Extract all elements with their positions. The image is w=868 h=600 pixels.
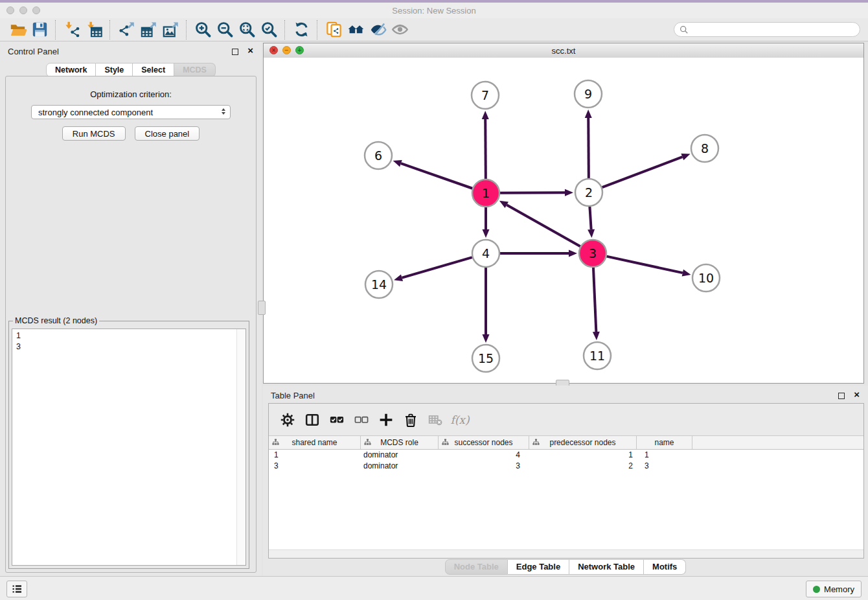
column-header-name[interactable]: name xyxy=(637,436,692,449)
close-table-panel-icon[interactable]: × xyxy=(854,389,860,400)
graph-edge-3-1[interactable] xyxy=(499,201,580,246)
table-row[interactable]: 3dominator323 xyxy=(269,461,863,472)
import-table-icon[interactable] xyxy=(83,20,105,40)
export-image-icon[interactable] xyxy=(159,20,181,40)
graph-node-7[interactable]: 7 xyxy=(472,82,499,109)
mcds-result-text[interactable]: 1 3 xyxy=(12,329,246,566)
node-table-container: f(x) shared name MCDS role successor nod… xyxy=(268,403,864,559)
graph-edge-1-2[interactable] xyxy=(500,189,573,196)
zoom-selected-icon[interactable] xyxy=(258,20,280,40)
svg-text:15: 15 xyxy=(478,351,494,365)
table-cell[interactable]: 4 xyxy=(439,450,529,461)
tab-style[interactable]: Style xyxy=(96,63,133,77)
zoom-in-icon[interactable] xyxy=(192,20,214,40)
save-session-icon[interactable] xyxy=(29,20,51,40)
delete-column-icon[interactable] xyxy=(398,408,423,432)
graph-node-1[interactable]: 1 xyxy=(472,179,499,207)
graph-edge-4-15[interactable] xyxy=(483,268,490,343)
table-cell[interactable]: 1 xyxy=(269,450,361,461)
toolbar-separator xyxy=(284,20,286,40)
header-filler xyxy=(692,436,863,449)
table-cell[interactable]: 1 xyxy=(637,450,692,461)
graph-edge-4-14[interactable] xyxy=(394,257,472,281)
network-canvas[interactable]: 7968124314101511 xyxy=(264,58,863,383)
deselect-all-rows-icon[interactable] xyxy=(349,408,374,432)
table-cell[interactable]: dominator xyxy=(361,450,439,461)
first-neighbors-icon[interactable] xyxy=(345,20,367,40)
export-network-icon[interactable] xyxy=(115,20,137,40)
table-horizontal-scrollbar[interactable] xyxy=(269,549,863,558)
close-control-panel-icon[interactable]: × xyxy=(247,45,253,56)
toolbar-separator xyxy=(186,20,187,40)
table-cell[interactable]: 1 xyxy=(529,450,637,461)
select-all-rows-icon[interactable] xyxy=(325,408,349,432)
tab-edge-table[interactable]: Edge Table xyxy=(508,559,569,575)
tab-network[interactable]: Network xyxy=(46,63,96,77)
graph-node-3[interactable]: 3 xyxy=(579,240,606,267)
table-cell[interactable]: 3 xyxy=(269,461,361,472)
graph-node-10[interactable]: 10 xyxy=(692,264,720,292)
graph-node-14[interactable]: 14 xyxy=(365,271,393,298)
graph-edge-3-11[interactable] xyxy=(593,268,600,340)
column-header-mcds-role[interactable]: MCDS role xyxy=(361,436,439,449)
column-header-label: shared name xyxy=(291,438,337,447)
graph-edge-2-9[interactable] xyxy=(585,110,592,178)
table-cell[interactable]: 3 xyxy=(439,461,529,472)
float-control-panel-icon[interactable] xyxy=(232,49,238,55)
tab-motifs[interactable]: Motifs xyxy=(644,559,686,575)
svg-text:9: 9 xyxy=(584,87,592,101)
table-panel-tabs: Node TableEdge TableNetwork TableMotifs xyxy=(263,559,868,575)
graph-node-8[interactable]: 8 xyxy=(691,135,718,162)
graph-edge-3-10[interactable] xyxy=(606,257,691,277)
search-input[interactable] xyxy=(692,24,854,35)
table-settings-icon[interactable] xyxy=(275,408,300,432)
graph-edge-4-3[interactable] xyxy=(500,250,577,257)
hide-selected-icon[interactable] xyxy=(367,20,389,40)
graph-edge-1-6[interactable] xyxy=(393,160,473,189)
memory-button[interactable]: Memory xyxy=(806,581,862,597)
table-cell[interactable]: dominator xyxy=(361,461,439,472)
graph-node-6[interactable]: 6 xyxy=(365,142,392,169)
column-header-label: predecessor nodes xyxy=(549,438,615,447)
table-cell[interactable]: 2 xyxy=(529,461,637,472)
table-row[interactable]: 1dominator411 xyxy=(269,450,863,461)
result-scrollbar[interactable] xyxy=(236,329,246,565)
graph-edge-1-7[interactable] xyxy=(482,111,489,179)
import-network-icon[interactable] xyxy=(61,20,83,40)
memory-label: Memory xyxy=(824,584,854,594)
close-panel-button[interactable]: Close panel xyxy=(135,126,200,141)
table-cell[interactable]: 3 xyxy=(637,461,692,472)
network-window-titlebar[interactable]: × − + scc.txt xyxy=(264,43,863,58)
add-column-icon[interactable] xyxy=(374,408,398,432)
clone-network-icon[interactable] xyxy=(323,20,345,40)
tab-network-table[interactable]: Network Table xyxy=(569,559,644,575)
graph-node-15[interactable]: 15 xyxy=(472,345,499,372)
split-table-view-icon[interactable] xyxy=(300,408,325,432)
search-field[interactable] xyxy=(674,22,860,37)
task-history-button[interactable] xyxy=(6,581,27,597)
zoom-out-icon[interactable] xyxy=(214,20,236,40)
tab-mcds[interactable]: MCDS xyxy=(174,63,216,77)
tab-node-table[interactable]: Node Table xyxy=(445,559,508,575)
export-table-icon[interactable] xyxy=(137,20,159,40)
graph-node-11[interactable]: 11 xyxy=(584,342,611,369)
graph-edge-1-4[interactable] xyxy=(483,207,490,238)
apply-layout-icon[interactable] xyxy=(290,20,312,40)
tab-select[interactable]: Select xyxy=(133,63,174,77)
vertical-splitter-handle[interactable] xyxy=(258,301,266,315)
graph-node-9[interactable]: 9 xyxy=(575,80,602,108)
criterion-select[interactable]: strongly connected component xyxy=(31,105,231,119)
graph-node-4[interactable]: 4 xyxy=(472,240,499,267)
column-header-successor-nodes[interactable]: successor nodes xyxy=(439,436,529,449)
graph-edge-2-8[interactable] xyxy=(602,154,691,187)
column-type-icon xyxy=(272,439,279,446)
column-header-predecessor-nodes[interactable]: predecessor nodes xyxy=(529,436,637,449)
toolbar-separator xyxy=(109,20,111,40)
graph-edge-2-3[interactable] xyxy=(588,207,595,238)
open-session-icon[interactable] xyxy=(6,20,29,40)
float-table-panel-icon[interactable] xyxy=(838,393,845,399)
run-mcds-button[interactable]: Run MCDS xyxy=(62,126,126,141)
graph-node-2[interactable]: 2 xyxy=(575,179,602,206)
column-header-shared-name[interactable]: shared name xyxy=(269,436,361,449)
zoom-fit-icon[interactable] xyxy=(236,20,258,40)
